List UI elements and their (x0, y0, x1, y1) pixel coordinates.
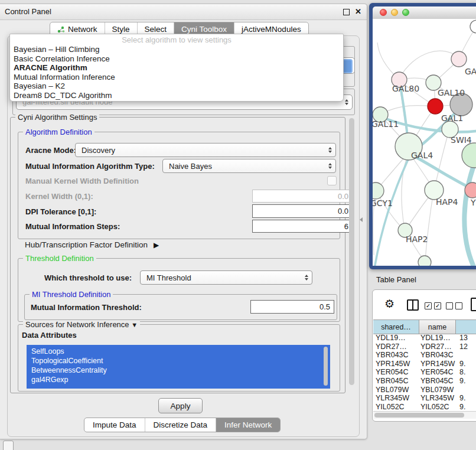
tab-discretize-data[interactable]: Discretize Data (145, 418, 216, 432)
mi-threshold-input[interactable]: 0.5 (250, 300, 334, 314)
cell[interactable] (458, 386, 459, 394)
cyni-algorithm-settings-group: Cyni Algorithm Settings Algorithm Defini… (10, 117, 345, 393)
node-label: HAP2 (406, 234, 428, 244)
column-header-name[interactable]: name (419, 320, 456, 334)
restore-panel-icon[interactable] (3, 441, 14, 450)
cell[interactable]: YER054C (373, 368, 420, 377)
list-item[interactable]: gal4RGexp (31, 375, 330, 384)
cell[interactable]: YDR27… (420, 343, 458, 351)
column-layout-icon[interactable] (407, 299, 419, 311)
cell[interactable]: YLR345W (373, 394, 420, 403)
gear-icon[interactable]: ⚙ (384, 296, 395, 312)
cell[interactable]: YDR27… (373, 343, 420, 351)
node-unlabeled-top[interactable] (470, 20, 476, 33)
manual-kernel-label: Manual Kernel Width Definition (25, 177, 139, 185)
which-threshold-combobox[interactable]: MI Threshold (140, 270, 312, 285)
network-canvas[interactable]: GAL GAL80 GAL10 GAL1 GAL11 SWI4 GAL4 GCY… (373, 19, 476, 266)
tab-infer-network[interactable]: Infer Network (216, 418, 280, 432)
table-horizontal-scrollbar[interactable] (373, 411, 476, 419)
cell[interactable]: 9. (458, 394, 465, 403)
cell[interactable]: YBL079W (420, 386, 458, 394)
mi-threshold-group: MI Threshold Definition Mutual Informati… (24, 294, 337, 320)
close-traffic-light[interactable] (380, 9, 387, 16)
list-item[interactable]: SelfLoops (31, 347, 330, 356)
table-row[interactable]: YBR043CYBR043C (373, 351, 476, 360)
splitter-handle[interactable] (360, 217, 363, 222)
dropdown-option[interactable]: Dream8 DC_TDC Algorithm (10, 91, 343, 100)
mi-threshold-label: Mutual Information Threshold: (31, 303, 142, 312)
scrollbar-thumb[interactable] (374, 413, 464, 418)
collapsed-arrow-icon: ▶ (154, 241, 159, 249)
expanded-arrow-icon: ▼ (131, 321, 138, 328)
minimize-traffic-light[interactable] (391, 9, 398, 16)
cell[interactable]: YPR145W (420, 360, 458, 369)
dropdown-option[interactable]: Basic Correlation Inference (10, 54, 343, 64)
mi-steps-input[interactable]: 6 (252, 220, 353, 233)
select-all-icon[interactable]: ✓✓ (425, 302, 441, 309)
tab-impute-data[interactable]: Impute Data (84, 418, 145, 432)
dropdown-option[interactable]: Bayesian – K2 (10, 81, 343, 91)
cell[interactable]: 12 (458, 343, 468, 351)
cell[interactable]: YIL052C (420, 403, 458, 411)
scrollbar-thumb[interactable] (349, 118, 354, 385)
table-row[interactable]: YPR145WYPR145W9. (373, 360, 476, 369)
settings-scrollbar[interactable] (348, 117, 355, 392)
node-gal-partial[interactable] (451, 51, 467, 67)
node-unlabeled-bottom[interactable] (418, 256, 431, 266)
node-label: GAL10 (438, 88, 465, 97)
column-header-shared[interactable]: shared… (373, 320, 419, 334)
cell[interactable]: YER054C (420, 368, 458, 377)
which-threshold-label: Which threshold to use: (44, 273, 132, 282)
cell[interactable]: YBR045C (420, 377, 458, 386)
cell[interactable]: YPR145W (373, 360, 420, 369)
cell[interactable]: YIL052C (373, 403, 420, 411)
cell[interactable]: YBL079W (373, 386, 420, 394)
dropdown-option[interactable]: Mutual Information Inference (10, 73, 343, 82)
dropdown-option-highlighted[interactable]: ARACNE Algorithm (10, 63, 343, 73)
dropdown-option[interactable]: Bayesian – Hill Climbing (10, 45, 343, 54)
table-row[interactable]: YER054CYER054C8. (373, 368, 476, 377)
close-icon[interactable]: ✕ (355, 7, 361, 16)
table-row[interactable]: YBR045CYBR045C9. (373, 377, 476, 386)
aracne-mode-combobox[interactable]: Discovery (75, 143, 336, 157)
dpi-tolerance-input[interactable]: 0.0 (252, 204, 353, 218)
cell[interactable] (458, 351, 459, 360)
zoom-traffic-light[interactable] (402, 9, 409, 16)
aracne-mode-value: Discovery (81, 146, 115, 155)
sources-title-text: Sources for Network Inference (25, 320, 129, 329)
sources-group-title[interactable]: Sources for Network Inference ▼ (23, 320, 140, 329)
table-row[interactable]: YBL079WYBL079W (373, 386, 476, 394)
list-scrollbar[interactable] (324, 347, 328, 386)
cell[interactable]: 9. (458, 360, 465, 369)
cell[interactable]: YBR043C (420, 351, 458, 360)
hub-tf-definition-toggle[interactable]: Hub/Transcription Factor Definition▶ (25, 240, 159, 249)
cell[interactable]: YDL19… (420, 334, 458, 343)
mi-type-combobox[interactable]: Naive Bayes (162, 159, 336, 173)
cell[interactable]: 9. (458, 403, 465, 411)
list-item[interactable]: BetweennessCentrality (31, 366, 330, 375)
table-row[interactable]: YDR27…YDR27…12 (373, 343, 476, 351)
cell[interactable]: YLR345W (420, 394, 458, 403)
cell[interactable]: 8. (458, 368, 465, 377)
cell[interactable]: 13 (458, 334, 468, 343)
cell[interactable]: YBR045C (373, 377, 420, 386)
node-unlabeled-right[interactable] (462, 143, 476, 168)
cell[interactable]: YDL19… (373, 334, 420, 343)
table-row[interactable]: YLR345WYLR345W9. (373, 394, 476, 403)
network-window-titlebar[interactable] (373, 6, 476, 19)
list-item[interactable]: TopologicalCoefficient (31, 356, 330, 366)
export-table-icon[interactable] (471, 298, 476, 311)
column-header-cut[interactable] (456, 320, 476, 334)
table-row[interactable]: YDL19…YDL19…13 (373, 334, 476, 343)
table-row[interactable]: YIL052CYIL052C9. (373, 403, 476, 411)
deselect-all-icon[interactable] (446, 302, 462, 309)
node-gal1[interactable] (428, 99, 443, 114)
cell[interactable]: YBR043C (373, 351, 420, 360)
apply-button[interactable]: Apply (158, 398, 203, 413)
cell[interactable]: 9. (458, 377, 465, 386)
node-gcy1[interactable] (373, 182, 384, 199)
node-salmon[interactable] (465, 182, 476, 198)
float-window-icon[interactable] (343, 9, 350, 15)
table-panel: ⚙ ✓✓ shared… name YDL19…YDL19…13 YDR27…Y… (372, 289, 476, 422)
node-label: GAL (465, 67, 476, 76)
